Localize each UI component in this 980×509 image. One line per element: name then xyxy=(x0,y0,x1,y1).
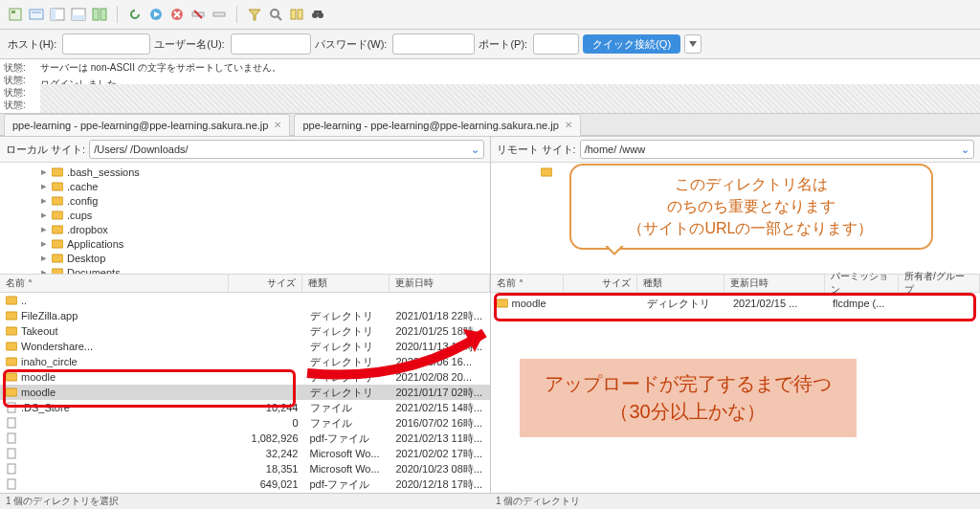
list-item[interactable]: moodleディレクトリ2021/01/17 02時... xyxy=(0,385,490,400)
tree-item[interactable]: ▸.cups xyxy=(4,208,486,222)
remote-site-label: リモート サイト: xyxy=(497,143,576,157)
sitemanager-icon[interactable] xyxy=(8,7,23,22)
tree-item[interactable]: ▸Desktop xyxy=(4,251,486,265)
log-labels: 状態:状態:状態:状態: xyxy=(0,59,40,113)
svg-rect-51 xyxy=(541,168,552,176)
list-item[interactable]: Wondershare...ディレクトリ2020/11/13 11時... xyxy=(0,339,490,354)
list-item[interactable]: 1,082,926pdf-ファイル2021/02/13 11時... xyxy=(0,431,490,446)
list-item[interactable]: moodleディレクトリ2021/02/15 ...flcdmpe (... xyxy=(491,293,981,314)
svg-rect-28 xyxy=(52,183,63,190)
tree-item[interactable]: ▸.config xyxy=(4,193,486,208)
status-left: 1 個のディレクトリを選択 xyxy=(0,494,490,509)
local-site-label: ローカル サイト: xyxy=(6,143,85,157)
svg-rect-40 xyxy=(6,358,17,365)
svg-marker-18 xyxy=(249,10,260,20)
remote-path-combo[interactable]: /home/ /www ⌄ xyxy=(580,140,974,159)
filter-icon[interactable] xyxy=(247,7,262,22)
list-item[interactable]: inaho_circleディレクトリ2020/09/06 16... xyxy=(0,354,490,369)
annotation-banner: アップロードが完了するまで待つ（30分以上かな） xyxy=(520,359,857,437)
svg-rect-32 xyxy=(52,240,63,248)
svg-rect-17 xyxy=(213,12,225,16)
svg-rect-42 xyxy=(6,388,17,396)
local-pane: ローカル サイト: /Users/ /Downloads/ ⌄ ▸.bash_s… xyxy=(0,137,491,498)
pass-label: パスワード(W): xyxy=(315,37,388,52)
svg-rect-29 xyxy=(52,197,63,205)
svg-line-20 xyxy=(278,16,281,20)
sort-asc-icon: ˄ xyxy=(28,278,33,289)
svg-rect-25 xyxy=(314,11,322,13)
tree-item[interactable]: ▸Applications xyxy=(4,236,486,251)
compare-icon[interactable] xyxy=(289,7,304,22)
svg-point-19 xyxy=(271,10,278,17)
reconnect-icon[interactable] xyxy=(212,7,227,22)
quickconnect-history-button[interactable] xyxy=(684,34,702,54)
disconnect-icon[interactable] xyxy=(190,7,206,22)
svg-rect-5 xyxy=(51,9,56,20)
svg-rect-21 xyxy=(291,10,296,19)
tree-item[interactable]: ▸.cache xyxy=(4,179,486,193)
status-right: 1 個のディレクトリ xyxy=(490,494,980,509)
annotation-callout: このディレクトリ名はのちのち重要となります（サイトのURLの一部となります） xyxy=(569,164,933,250)
svg-rect-8 xyxy=(93,9,99,20)
list-item[interactable]: Takeoutディレクトリ2021/01/25 18時... xyxy=(0,323,490,339)
svg-rect-7 xyxy=(72,15,85,20)
connection-tab[interactable]: ppe-learning - ppe-learning@ppe-learning… xyxy=(294,114,580,136)
local-tree[interactable]: ▸.bash_sessions▸.cache▸.config▸.cups▸.dr… xyxy=(0,163,490,275)
list-item[interactable]: 0ファイル2016/07/02 16時... xyxy=(0,415,490,431)
local-path-combo[interactable]: /Users/ /Downloads/ ⌄ xyxy=(89,140,483,159)
svg-rect-36 xyxy=(6,297,17,304)
port-label: ポート(P): xyxy=(479,37,527,52)
chevron-down-icon[interactable]: ⌄ xyxy=(961,144,969,156)
log-line: サーバーは non-ASCII の文字をサポートしていません。 xyxy=(40,59,980,76)
toggle-queue-icon[interactable] xyxy=(71,7,86,22)
svg-rect-39 xyxy=(6,343,17,350)
message-log: 状態:状態:状態:状態: サーバーは non-ASCII の文字をサポートしてい… xyxy=(0,59,980,114)
list-item[interactable]: .. xyxy=(0,293,490,308)
svg-rect-47 xyxy=(8,464,15,474)
local-file-list[interactable]: ..FileZilla.appディレクトリ2021/01/18 22時...Ta… xyxy=(0,293,490,498)
cancel-icon[interactable] xyxy=(169,7,185,22)
host-input[interactable] xyxy=(62,33,150,55)
remote-list-header[interactable]: 名前 ˄ サイズ 種類 更新日時 パーミッション 所有者/グループ xyxy=(491,275,981,293)
svg-rect-2 xyxy=(30,10,43,19)
svg-rect-27 xyxy=(52,168,63,176)
chevron-down-icon[interactable]: ⌄ xyxy=(471,144,479,156)
port-input[interactable] xyxy=(533,33,579,55)
binoculars-icon[interactable] xyxy=(310,7,325,22)
list-item[interactable]: .DS_Store10,244ファイル2021/02/15 14時... xyxy=(0,400,490,415)
connection-tab[interactable]: ppe-learning - ppe-learning@ppe-learning… xyxy=(4,114,290,136)
svg-rect-46 xyxy=(8,449,15,458)
list-item[interactable]: FileZilla.appディレクトリ2021/01/18 22時... xyxy=(0,308,490,323)
refresh-icon[interactable] xyxy=(127,7,143,22)
toggle-tree-icon[interactable] xyxy=(50,7,65,22)
svg-rect-48 xyxy=(8,479,15,489)
pass-input[interactable] xyxy=(392,33,475,55)
quickconnect-bar: ホスト(H): ユーザー名(U): パスワード(W): ポート(P): クイック… xyxy=(0,30,980,59)
svg-rect-38 xyxy=(6,327,17,335)
svg-marker-26 xyxy=(689,41,697,47)
connection-tabs: ppe-learning - ppe-learning@ppe-learning… xyxy=(0,114,980,136)
quickconnect-button[interactable]: クイック接続(Q) xyxy=(583,34,680,54)
user-input[interactable] xyxy=(231,33,311,55)
tree-item[interactable]: ▸.bash_sessions xyxy=(4,165,486,179)
local-list-header[interactable]: 名前 ˄ サイズ 種類 更新日時 xyxy=(0,275,490,293)
main-toolbar xyxy=(0,0,980,30)
list-item[interactable]: moodleディレクトリ2021/02/08 20... xyxy=(0,369,490,385)
search-icon[interactable] xyxy=(268,7,283,22)
toggle-transfer-icon[interactable] xyxy=(92,7,107,22)
svg-rect-1 xyxy=(11,11,15,13)
remote-pane: リモート サイト: /home/ /www ⌄ 名前 ˄ サイズ 種類 更新日時… xyxy=(491,137,981,498)
list-item[interactable]: 18,351Microsoft Wo...2020/10/23 08時... xyxy=(0,461,490,476)
close-icon[interactable]: ✕ xyxy=(565,120,572,130)
toggle-log-icon[interactable] xyxy=(29,7,44,22)
close-icon[interactable]: ✕ xyxy=(274,120,281,130)
list-item[interactable]: 32,242Microsoft Wo...2021/02/02 17時... xyxy=(0,446,490,461)
user-label: ユーザー名(U): xyxy=(154,37,224,52)
svg-rect-0 xyxy=(10,9,21,20)
tree-item[interactable]: ▸.dropbox xyxy=(4,222,486,236)
process-queue-icon[interactable] xyxy=(148,7,164,22)
tree-item[interactable]: ▸Documents xyxy=(4,265,486,275)
svg-rect-41 xyxy=(6,373,17,381)
svg-rect-22 xyxy=(298,10,302,19)
list-item[interactable]: 649,021pdf-ファイル2020/12/18 17時... xyxy=(0,476,490,492)
